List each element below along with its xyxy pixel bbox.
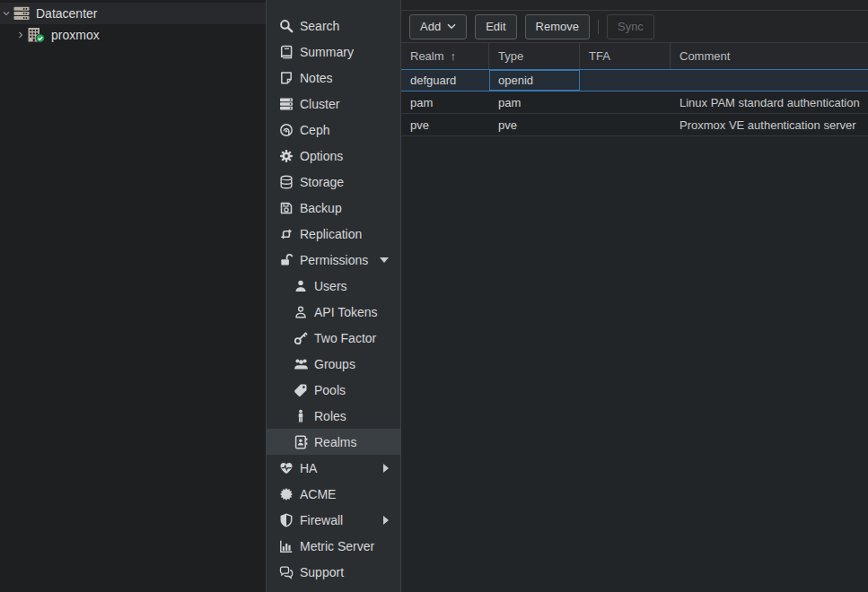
menu-item-label: Summary (300, 45, 354, 59)
add-button-label: Add (420, 20, 441, 33)
cell-comment[interactable]: Proxmox VE authentication server (671, 114, 868, 135)
menu-item-storage[interactable]: Storage (267, 169, 400, 195)
menu-item-label: Users (314, 279, 347, 293)
users-icon (293, 357, 309, 371)
menu-item-options[interactable]: Options (267, 143, 400, 169)
expand-open-chevron-icon[interactable] (1, 9, 12, 18)
book-icon (278, 45, 294, 59)
tree-node-proxmox[interactable]: proxmox (0, 24, 266, 46)
chevron-down-icon (447, 23, 456, 30)
menu-item-api-tokens[interactable]: API Tokens (267, 299, 400, 325)
tree-node-datacenter[interactable]: Datacenter (0, 3, 266, 24)
certificate-icon (278, 487, 294, 501)
table-row-pve[interactable]: pve pve Proxmox VE authentication server (401, 114, 868, 136)
building-online-icon (28, 27, 45, 43)
menu-item-label: Groups (314, 357, 355, 371)
config-menu: Search Summary Notes Cluster (267, 0, 401, 592)
shield-icon (278, 513, 294, 527)
cell-type-focused[interactable]: openid (489, 70, 580, 91)
menu-item-label: Pools (314, 383, 346, 397)
cell-realm[interactable]: pam (401, 91, 489, 113)
menu-item-pools[interactable]: Pools (267, 377, 400, 403)
menu-item-label: Options (300, 149, 343, 163)
content-panel: Add Edit Remove Sync Realm ↑ Type (401, 0, 868, 592)
menu-item-permissions[interactable]: Permissions (267, 247, 400, 273)
sticky-note-icon (278, 71, 294, 85)
menu-item-metric-server[interactable]: Metric Server (267, 533, 400, 559)
menu-item-two-factor[interactable]: Two Factor (267, 325, 400, 351)
menu-item-users[interactable]: Users (267, 273, 400, 299)
column-header-label: Comment (679, 49, 730, 63)
address-book-icon (293, 435, 309, 449)
menu-item-ceph[interactable]: Ceph (267, 117, 400, 143)
key-icon (293, 331, 309, 345)
menu-item-replication[interactable]: Replication (267, 221, 400, 247)
column-header-label: TFA (589, 49, 610, 63)
menu-item-label: Firewall (300, 513, 343, 527)
menu-item-cluster[interactable]: Cluster (267, 91, 400, 117)
cell-realm[interactable]: pve (401, 114, 489, 135)
toolbar-separator (598, 20, 599, 34)
menu-item-search[interactable]: Search (267, 13, 400, 39)
menu-item-label: Ceph (300, 123, 329, 137)
cell-type[interactable]: pve (489, 114, 580, 135)
ceph-icon (278, 123, 294, 137)
menu-item-label: Cluster (300, 97, 339, 111)
menu-item-label: Replication (300, 227, 362, 241)
remove-button[interactable]: Remove (525, 14, 590, 39)
cell-comment[interactable]: Linux PAM standard authentication (671, 91, 868, 113)
sort-ascending-icon: ↑ (451, 49, 457, 63)
column-header-tfa[interactable]: TFA (580, 43, 671, 69)
edit-button[interactable]: Edit (475, 14, 516, 39)
column-header-label: Type (498, 49, 523, 63)
caret-right-icon[interactable] (383, 516, 389, 525)
menu-item-roles[interactable]: Roles (267, 403, 400, 429)
retweet-icon (278, 227, 294, 241)
expand-closed-chevron-icon[interactable] (15, 30, 26, 39)
cell-realm[interactable]: defguard (401, 70, 489, 91)
cell-type[interactable]: pam (489, 91, 580, 113)
menu-item-support[interactable]: Support (267, 559, 400, 585)
menu-item-summary[interactable]: Summary (267, 39, 400, 65)
menu-item-label: Support (300, 565, 344, 579)
menu-item-backup[interactable]: Backup (267, 195, 400, 221)
add-button[interactable]: Add (409, 14, 467, 39)
caret-down-icon[interactable] (380, 257, 389, 263)
content-header-strip (401, 0, 868, 11)
sync-button-label: Sync (618, 20, 644, 33)
realms-table-body: defguard openid pam pam Linux PAM standa… (401, 69, 868, 136)
menu-item-firewall[interactable]: Firewall (267, 507, 400, 533)
menu-item-notes[interactable]: Notes (267, 65, 400, 91)
remove-button-label: Remove (536, 20, 579, 33)
column-header-type[interactable]: Type (489, 43, 580, 69)
column-header-realm[interactable]: Realm ↑ (401, 43, 489, 69)
table-row-defguard[interactable]: defguard openid (401, 69, 868, 91)
column-header-label: Realm (410, 49, 444, 63)
menu-item-label: HA (300, 461, 317, 475)
cell-tfa[interactable] (580, 91, 671, 113)
menu-item-label: Metric Server (300, 539, 374, 553)
cell-comment[interactable] (671, 70, 868, 91)
cell-tfa[interactable] (580, 114, 671, 135)
menu-item-label: Realms (314, 435, 356, 449)
heartbeat-icon (278, 461, 294, 475)
resource-tree-panel: Datacenter proxmox (0, 0, 267, 592)
menu-item-acme[interactable]: ACME (267, 481, 400, 507)
unlock-icon (278, 253, 294, 267)
caret-right-icon[interactable] (383, 464, 389, 473)
menu-item-label: Permissions (300, 253, 368, 267)
search-icon (278, 19, 294, 33)
menu-item-realms[interactable]: Realms (267, 429, 400, 455)
menu-item-ha[interactable]: HA (267, 455, 400, 481)
menu-item-label: Backup (300, 201, 342, 215)
tree-node-label: proxmox (51, 28, 100, 42)
menu-item-groups[interactable]: Groups (267, 351, 400, 377)
table-row-pam[interactable]: pam pam Linux PAM standard authenticatio… (401, 91, 868, 114)
menu-item-label: Search (300, 19, 339, 33)
cell-tfa[interactable] (580, 70, 671, 91)
column-header-comment[interactable]: Comment (671, 43, 868, 69)
gear-icon (278, 149, 294, 163)
bar-chart-icon (278, 539, 294, 553)
sync-button[interactable]: Sync (607, 14, 654, 39)
edit-button-label: Edit (486, 20, 505, 33)
